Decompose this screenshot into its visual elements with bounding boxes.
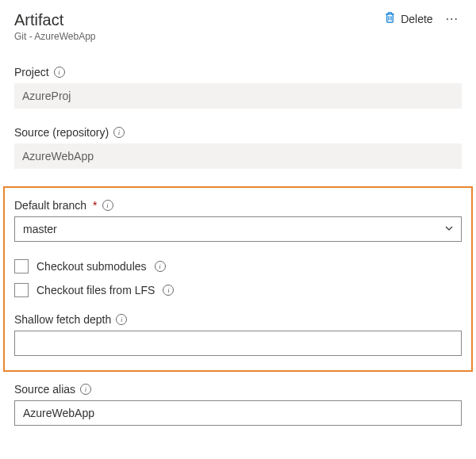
highlight-box: Default branch * i master Checkout submo… bbox=[3, 186, 473, 372]
info-icon[interactable]: i bbox=[80, 384, 91, 395]
project-label-row: Project i bbox=[14, 66, 462, 78]
default-branch-label-row: Default branch * i bbox=[14, 199, 462, 212]
shallow-fetch-input[interactable] bbox=[14, 331, 462, 356]
more-options-button[interactable]: ··· bbox=[443, 12, 462, 26]
header-actions: Delete ··· bbox=[384, 11, 462, 26]
shallow-fetch-label: Shallow fetch depth bbox=[14, 313, 111, 326]
info-icon[interactable]: i bbox=[102, 200, 113, 211]
source-repo-field-group: Source (repository) i AzureWebApp bbox=[14, 126, 462, 169]
checkout-lfs-checkbox[interactable] bbox=[14, 283, 29, 297]
shallow-fetch-label-row: Shallow fetch depth i bbox=[14, 313, 462, 326]
checkout-lfs-label: Checkout files from LFS bbox=[36, 284, 155, 296]
project-label: Project bbox=[14, 66, 49, 78]
source-repo-value: AzureWebApp bbox=[14, 143, 462, 169]
info-icon[interactable]: i bbox=[113, 127, 125, 138]
project-field-group: Project i AzureProj bbox=[14, 66, 462, 109]
delete-button[interactable]: Delete bbox=[384, 11, 432, 26]
source-alias-label-row: Source alias i bbox=[14, 383, 462, 396]
source-alias-input[interactable] bbox=[14, 400, 462, 426]
info-icon[interactable]: i bbox=[116, 314, 127, 325]
default-branch-label: Default branch bbox=[14, 199, 86, 212]
trash-icon bbox=[384, 11, 396, 26]
panel-title: Artifact bbox=[14, 11, 96, 29]
source-alias-field-group: Source alias i bbox=[14, 383, 462, 426]
default-branch-value: master bbox=[23, 223, 57, 235]
checkbox-group: Checkout submodules i Checkout files fro… bbox=[14, 259, 462, 297]
info-icon[interactable]: i bbox=[163, 285, 174, 296]
source-repo-label: Source (repository) bbox=[14, 126, 109, 139]
more-icon: ··· bbox=[446, 12, 459, 25]
panel-header: Artifact Git - AzureWebApp Delete ··· bbox=[14, 11, 462, 42]
panel-subtitle: Git - AzureWebApp bbox=[14, 31, 96, 42]
checkout-submodules-checkbox[interactable] bbox=[14, 259, 29, 273]
checkout-lfs-row: Checkout files from LFS i bbox=[14, 283, 462, 297]
default-branch-select-wrapper: master bbox=[14, 216, 462, 242]
default-branch-select[interactable]: master bbox=[14, 216, 462, 242]
shallow-fetch-field-group: Shallow fetch depth i bbox=[14, 313, 462, 356]
checkout-submodules-row: Checkout submodules i bbox=[14, 259, 462, 273]
info-icon[interactable]: i bbox=[155, 261, 166, 272]
source-alias-label: Source alias bbox=[14, 383, 75, 396]
checkout-submodules-label: Checkout submodules bbox=[36, 260, 147, 273]
delete-label: Delete bbox=[401, 13, 432, 25]
project-value: AzureProj bbox=[14, 83, 462, 109]
source-repo-label-row: Source (repository) i bbox=[14, 126, 462, 139]
header-left: Artifact Git - AzureWebApp bbox=[14, 11, 96, 42]
info-icon[interactable]: i bbox=[54, 67, 65, 78]
required-indicator: * bbox=[93, 199, 97, 212]
default-branch-field-group: Default branch * i master bbox=[14, 199, 462, 242]
